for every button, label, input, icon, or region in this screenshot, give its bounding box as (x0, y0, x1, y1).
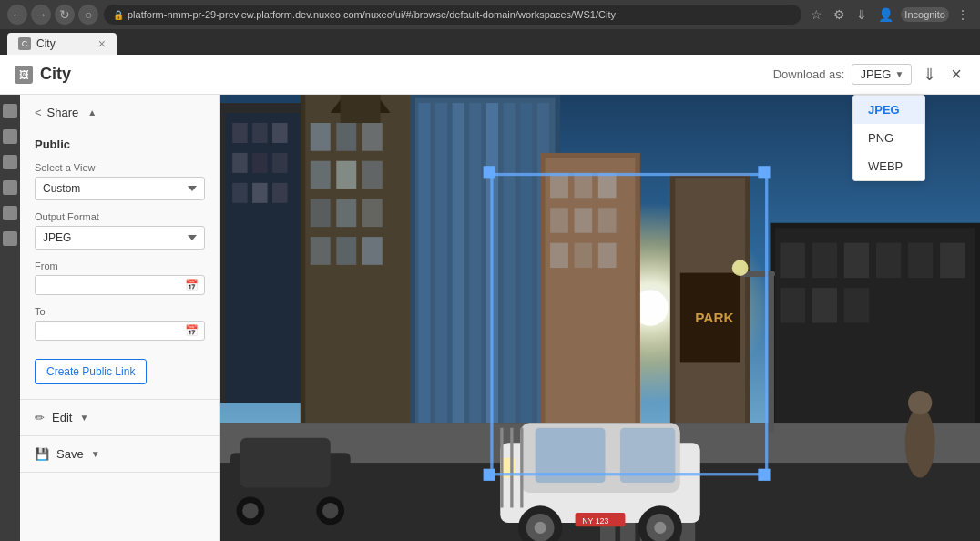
output-format-dropdown[interactable]: JPEG PNG WEBP (35, 226, 205, 250)
svg-rect-64 (812, 288, 837, 322)
back-button[interactable]: ← (7, 5, 27, 25)
save-section: 💾 Save ▼ (20, 436, 219, 473)
svg-rect-27 (311, 237, 331, 265)
profile-icon[interactable]: 👤 (874, 5, 897, 24)
svg-rect-22 (336, 161, 356, 189)
svg-rect-25 (336, 199, 356, 227)
svg-text:PARK: PARK (695, 310, 733, 325)
download-button[interactable]: ⇓ (919, 63, 940, 87)
svg-rect-63 (781, 288, 805, 322)
create-public-link-button[interactable]: Create Public Link (35, 359, 147, 384)
page-title: City (40, 65, 71, 84)
edit-section-header[interactable]: ✏ Edit ▼ (20, 400, 219, 435)
browser-chrome: ← → ↻ ○ 🔒 platform-nmm-pr-29-preview.pla… (0, 0, 980, 29)
svg-rect-26 (362, 199, 383, 227)
to-calendar-icon[interactable]: 📅 (185, 324, 199, 337)
share-icon: < (35, 106, 42, 119)
svg-rect-32 (418, 103, 430, 453)
format-selected-value: JPEG (860, 67, 891, 81)
url-text: platform-nmm-pr-29-preview.platform.dev.… (128, 9, 616, 20)
to-input-wrapper[interactable]: 📅 (35, 321, 205, 341)
svg-rect-10 (272, 153, 287, 173)
nav-buttons: ← → ↻ ○ (7, 5, 98, 25)
svg-rect-9 (252, 153, 267, 173)
share-section-body: Public Select a View Custom Default Thum… (20, 130, 219, 399)
nav-icon-home[interactable] (3, 104, 17, 118)
svg-rect-109 (758, 469, 770, 481)
active-tab[interactable]: C City × (7, 33, 117, 55)
share-section-header[interactable]: < Share ▲ (20, 95, 219, 130)
edit-label: Edit (52, 411, 72, 424)
svg-rect-60 (876, 243, 901, 278)
svg-point-94 (242, 503, 259, 519)
svg-rect-50 (598, 243, 617, 268)
output-format-label: Output Format (35, 211, 205, 222)
svg-rect-105 (490, 473, 765, 475)
address-bar[interactable]: 🔒 platform-nmm-pr-29-preview.platform.de… (104, 5, 801, 25)
nav-icon-user[interactable] (3, 206, 17, 220)
close-button[interactable]: × (947, 62, 965, 87)
svg-rect-59 (844, 243, 869, 278)
nav-icon-mail[interactable] (3, 180, 17, 195)
extension-icon[interactable]: ⚙ (830, 5, 849, 24)
svg-rect-102 (490, 173, 493, 473)
from-calendar-icon[interactable]: 📅 (185, 279, 199, 291)
bookmark-icon[interactable]: ☆ (807, 5, 826, 24)
tab-label: City (36, 37, 56, 50)
svg-rect-7 (272, 123, 287, 143)
from-input[interactable] (41, 279, 180, 291)
select-view-dropdown[interactable]: Custom Default Thumbnail (35, 177, 205, 200)
format-option-jpeg[interactable]: JPEG (853, 96, 924, 124)
download-action-icon[interactable]: ⇓ (852, 5, 871, 24)
svg-rect-6 (252, 123, 267, 143)
svg-rect-101 (520, 428, 523, 508)
format-dropdown-menu: JPEG PNG WEBP (852, 95, 925, 181)
svg-rect-45 (550, 208, 568, 232)
tab-favicon: C (18, 37, 31, 50)
svg-rect-44 (598, 173, 617, 198)
incognito-badge: Incognito (901, 7, 949, 22)
app-header: 🖼 City Download as: JPEG ▼ ⇓ × JPEG PNG … (0, 55, 980, 95)
format-dropdown-arrow: ▼ (894, 69, 903, 79)
select-view-group: Select a View Custom Default Thumbnail (35, 162, 205, 200)
svg-point-98 (908, 391, 932, 414)
svg-rect-11 (232, 183, 247, 203)
svg-rect-47 (598, 208, 617, 232)
from-input-wrapper[interactable]: 📅 (35, 275, 205, 295)
svg-rect-34 (453, 103, 464, 453)
home-button[interactable]: ○ (78, 5, 98, 25)
forward-button[interactable]: → (31, 5, 51, 25)
svg-rect-49 (574, 243, 592, 268)
svg-rect-46 (574, 208, 592, 232)
svg-rect-58 (812, 243, 837, 278)
tab-close-button[interactable]: × (98, 36, 106, 51)
nav-icon-chart[interactable] (3, 231, 17, 246)
document-icon: 🖼 (15, 66, 33, 84)
to-input[interactable] (41, 324, 180, 337)
share-label: Share (47, 106, 79, 119)
svg-rect-21 (311, 161, 331, 189)
nav-icon-folder[interactable] (3, 155, 17, 169)
svg-rect-108 (484, 469, 495, 481)
svg-rect-19 (336, 123, 356, 151)
main-content: < Share ▲ Public Select a View Custom De… (0, 95, 980, 541)
side-panel: < Share ▲ Public Select a View Custom De… (20, 95, 220, 541)
reload-button[interactable]: ↻ (55, 5, 75, 25)
svg-rect-37 (504, 103, 516, 453)
left-nav (0, 95, 20, 541)
menu-icon[interactable]: ⋮ (953, 5, 973, 24)
svg-rect-24 (311, 199, 331, 227)
nav-icon-search[interactable] (3, 129, 17, 144)
edit-arrow-icon: ▼ (79, 413, 88, 423)
format-dropdown[interactable]: JPEG ▼ (852, 64, 912, 85)
to-label: To (35, 306, 205, 317)
svg-rect-35 (469, 103, 481, 453)
save-section-header[interactable]: 💾 Save ▼ (20, 436, 219, 472)
save-label: Save (56, 447, 84, 461)
format-option-png[interactable]: PNG (853, 124, 924, 152)
svg-rect-38 (520, 103, 532, 453)
svg-rect-5 (232, 123, 247, 143)
svg-rect-61 (908, 243, 933, 278)
svg-point-84 (654, 522, 666, 534)
format-option-webp[interactable]: WEBP (853, 152, 924, 180)
